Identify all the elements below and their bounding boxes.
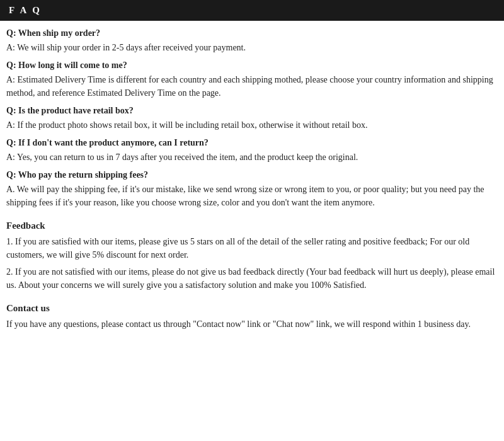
feedback-section: Feedback 1. If you are satisfied with ou… [6, 220, 498, 292]
faq-answer-5: A. We will pay the shipping fee, if it's… [6, 183, 498, 209]
faq-item-5: Q: Who pay the return shipping fees? A. … [6, 170, 498, 209]
contact-title: Contact us [6, 303, 498, 314]
faq-question-4: Q: If I don't want the product anymore, … [6, 138, 498, 148]
faq-answer-1: A: We will ship your order in 2-5 days a… [6, 41, 498, 54]
faq-section: Q: When ship my order? A: We will ship y… [6, 28, 498, 209]
faq-question-1: Q: When ship my order? [6, 28, 498, 38]
contact-section: Contact us If you have any questions, pl… [6, 303, 498, 331]
faq-question-2: Q: How long it will come to me? [6, 60, 498, 71]
feedback-title: Feedback [6, 220, 498, 231]
faq-header-title: F A Q [9, 5, 42, 15]
faq-answer-2: A: Estimated Delivery Time is different … [6, 73, 498, 100]
content-area: Q: When ship my order? A: We will ship y… [0, 28, 504, 337]
faq-item-2: Q: How long it will come to me? A: Estim… [6, 60, 498, 100]
faq-item-4: Q: If I don't want the product anymore, … [6, 138, 498, 164]
faq-item-3: Q: Is the product have retail box? A: If… [6, 106, 498, 132]
faq-question-3: Q: Is the product have retail box? [6, 106, 498, 116]
feedback-item-1: 1. If you are satisfied with our items, … [6, 235, 498, 261]
faq-item-1: Q: When ship my order? A: We will ship y… [6, 28, 498, 54]
page-container: F A Q Q: When ship my order? A: We will … [0, 0, 504, 337]
faq-answer-3: A: If the product photo shows retail box… [6, 118, 498, 132]
feedback-item-2: 2. If you are not satisfied with our ite… [6, 265, 498, 292]
faq-answer-4: A: Yes, you can return to us in 7 days a… [6, 151, 498, 164]
faq-question-5: Q: Who pay the return shipping fees? [6, 170, 498, 180]
contact-text: If you have any questions, please contac… [6, 318, 498, 331]
faq-header: F A Q [0, 0, 504, 21]
